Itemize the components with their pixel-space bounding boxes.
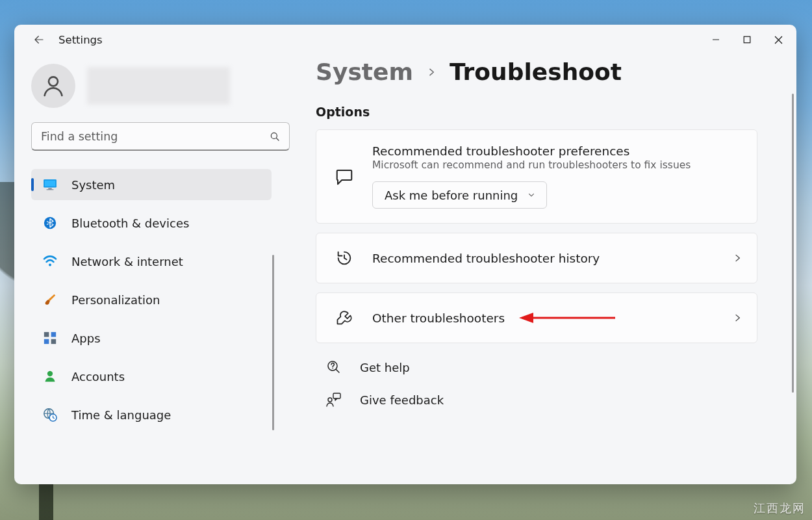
search-icon xyxy=(269,131,281,142)
chevron-right-icon xyxy=(732,253,742,263)
maximize-icon xyxy=(743,36,751,44)
window-body: System Bluetooth & devices Network & int… xyxy=(14,55,796,484)
svg-rect-5 xyxy=(48,188,51,189)
card-subtitle: Microsoft can recommend and run troubles… xyxy=(372,159,742,171)
chevron-right-icon xyxy=(426,66,437,79)
profile-section[interactable] xyxy=(31,64,294,108)
svg-rect-0 xyxy=(744,36,750,43)
back-button[interactable] xyxy=(29,29,49,50)
svg-point-19 xyxy=(332,368,333,369)
breadcrumb-current: Troubleshoot xyxy=(450,58,622,85)
svg-point-1 xyxy=(49,77,58,86)
svg-rect-9 xyxy=(44,332,49,337)
help-icon xyxy=(326,359,342,375)
svg-point-21 xyxy=(328,398,332,402)
card-title: Recommended troubleshooter history xyxy=(372,252,715,265)
wifi-icon xyxy=(43,254,57,268)
prefs-dropdown[interactable]: Ask me before running xyxy=(372,181,547,209)
sidebar-item-label: System xyxy=(71,178,115,192)
feedback-person-icon xyxy=(326,392,342,408)
sidebar: System Bluetooth & devices Network & int… xyxy=(14,55,294,484)
sidebar-item-personalization[interactable]: Personalization xyxy=(31,284,272,315)
sidebar-item-system[interactable]: System xyxy=(31,169,272,200)
app-title: Settings xyxy=(58,34,103,46)
sidebar-item-label: Time & language xyxy=(71,408,171,422)
titlebar: Settings xyxy=(14,25,796,55)
dropdown-selected: Ask me before running xyxy=(385,188,518,202)
card-title: Other troubleshooters xyxy=(372,311,715,325)
svg-point-13 xyxy=(47,371,53,376)
sidebar-item-network[interactable]: Network & internet xyxy=(31,246,272,277)
sidebar-item-apps[interactable]: Apps xyxy=(31,322,272,354)
nav-list: System Bluetooth & devices Network & int… xyxy=(31,169,294,430)
window-controls xyxy=(700,27,794,53)
main-scrollbar[interactable] xyxy=(792,94,794,393)
watermark-text: 江西龙网 xyxy=(754,500,806,516)
sidebar-item-time-language[interactable]: Time & language xyxy=(31,399,272,430)
card-title: Recommended troubleshooter preferences xyxy=(372,144,742,158)
svg-rect-4 xyxy=(45,181,55,187)
sidebar-scrollbar[interactable] xyxy=(272,255,275,430)
minimize-button[interactable] xyxy=(700,27,731,53)
close-icon xyxy=(774,36,783,44)
sidebar-item-label: Network & internet xyxy=(71,255,183,268)
link-label: Get help xyxy=(360,361,410,374)
arrow-left-icon xyxy=(33,34,45,46)
svg-rect-12 xyxy=(51,339,57,344)
brush-icon xyxy=(43,292,57,307)
breadcrumb: System Troubleshoot xyxy=(316,58,789,85)
minimize-icon xyxy=(712,36,720,44)
avatar xyxy=(31,64,75,108)
feedback-icon xyxy=(333,167,355,187)
settings-window: Settings xyxy=(14,25,796,484)
breadcrumb-parent[interactable]: System xyxy=(316,58,413,85)
sidebar-item-bluetooth[interactable]: Bluetooth & devices xyxy=(31,207,272,239)
svg-point-8 xyxy=(49,263,51,266)
sidebar-item-label: Personalization xyxy=(71,293,160,307)
svg-rect-20 xyxy=(333,393,340,398)
sidebar-item-label: Apps xyxy=(71,332,101,345)
give-feedback-link[interactable]: Give feedback xyxy=(326,386,789,413)
sidebar-item-label: Bluetooth & devices xyxy=(71,216,189,230)
recommended-prefs-card: Recommended troubleshooter preferences M… xyxy=(316,129,757,224)
get-help-link[interactable]: Get help xyxy=(326,354,789,381)
history-card[interactable]: Recommended troubleshooter history xyxy=(316,233,757,283)
maximize-button[interactable] xyxy=(731,27,763,53)
chevron-down-icon xyxy=(527,190,536,200)
close-button[interactable] xyxy=(763,27,794,53)
other-troubleshooters-card[interactable]: Other troubleshooters xyxy=(316,292,757,343)
apps-icon xyxy=(43,331,57,345)
sidebar-item-label: Accounts xyxy=(71,370,125,384)
options-heading: Options xyxy=(316,105,789,119)
person-icon xyxy=(43,369,57,384)
chevron-right-icon xyxy=(732,313,742,323)
svg-rect-10 xyxy=(51,332,57,337)
monitor-icon xyxy=(43,177,57,192)
globe-clock-icon xyxy=(43,408,57,422)
person-outline-icon xyxy=(40,73,66,99)
svg-rect-11 xyxy=(44,339,49,344)
link-label: Give feedback xyxy=(360,393,444,407)
svg-rect-6 xyxy=(47,189,54,190)
search-container xyxy=(31,122,290,151)
main-content: System Troubleshoot Options Recommended … xyxy=(294,55,796,484)
history-icon xyxy=(333,249,355,267)
bluetooth-icon xyxy=(43,216,57,230)
wrench-icon xyxy=(333,309,355,327)
profile-name-redacted xyxy=(87,67,230,105)
search-input[interactable] xyxy=(31,122,290,151)
sidebar-item-accounts[interactable]: Accounts xyxy=(31,361,272,392)
